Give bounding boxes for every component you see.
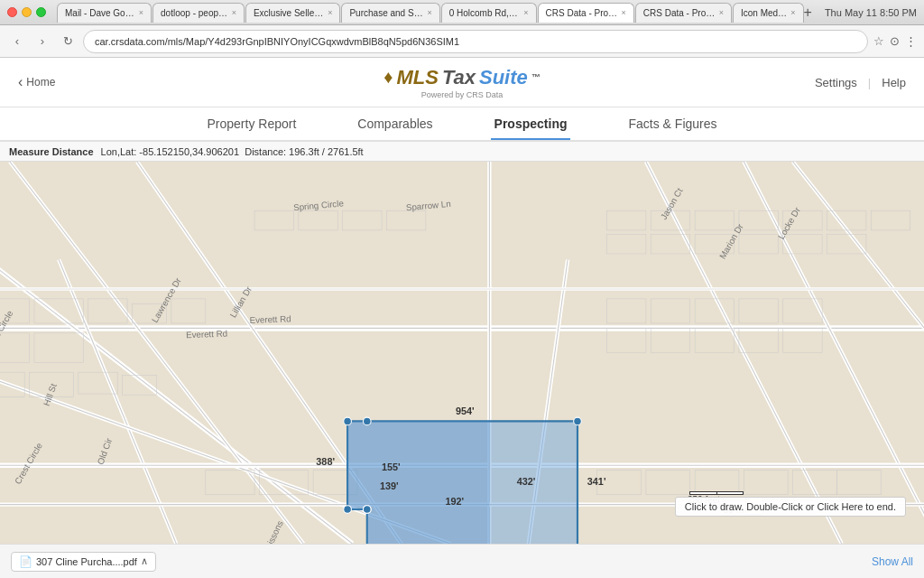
maximize-window-button[interactable] <box>36 7 46 17</box>
app-header: Home ♦ MLS Tax Suite ™ Powered by CRS Da… <box>0 58 924 107</box>
nav-tabs: Property Report Comparables Prospecting … <box>0 107 924 142</box>
logo-tm-text: ™ <box>531 72 541 82</box>
measure-distance-bar: Measure Distance Lon,Lat: -85.152150,34.… <box>0 142 924 162</box>
tab-close-icon[interactable]: × <box>790 8 795 17</box>
tab-close-icon[interactable]: × <box>523 8 528 17</box>
traffic-lights <box>7 7 46 17</box>
tab-label: Icon Media Co <box>741 8 787 18</box>
tab-property-report[interactable]: Property Report <box>203 109 300 138</box>
logo-mls-text: MLS <box>396 66 438 89</box>
chrome-tab-mail[interactable]: Mail - Dave Goodye... × <box>57 3 152 23</box>
tab-label: Comparables <box>357 117 432 131</box>
svg-text:954': 954' <box>456 406 475 416</box>
header-right: Settings | Help <box>815 76 906 89</box>
tab-close-icon[interactable]: × <box>719 8 724 17</box>
svg-text:155': 155' <box>382 461 401 472</box>
tab-label: 0 Holcomb Rd, Ring... <box>449 8 521 18</box>
chrome-tab-holcomb[interactable]: 0 Holcomb Rd, Ring... × <box>441 3 537 23</box>
account-icon[interactable]: ⊙ <box>890 34 900 48</box>
forward-button[interactable]: › <box>32 32 52 51</box>
tab-label: Exclusive Seller Bro... <box>254 8 324 18</box>
tab-prospecting[interactable]: Prospecting <box>491 109 571 138</box>
show-all-button[interactable]: Show All <box>872 555 913 568</box>
measure-distance: Distance: 196.3ft / 2761.5ft <box>245 146 363 157</box>
svg-text:388': 388' <box>316 456 335 467</box>
address-bar-row: ‹ › ↻ car.crsdata.com/mls/Map/Y4d293rGnp… <box>0 25 924 58</box>
map-tooltip: Click to draw. Double-Click or Click Her… <box>675 497 906 517</box>
svg-text:Everett Rd: Everett Rd <box>249 313 291 325</box>
menu-icon[interactable]: ⋮ <box>905 34 917 48</box>
svg-point-101 <box>363 417 371 425</box>
chrome-actions: + Thu May 11 8:50 PM <box>804 5 917 21</box>
main-content: Home ♦ MLS Tax Suite ™ Powered by CRS Da… <box>0 58 924 578</box>
measure-label: Measure Distance <box>9 146 94 157</box>
svg-text:192': 192' <box>446 496 465 507</box>
address-text: car.crsdata.com/mls/Map/Y4d293rGnpIBNIYO… <box>95 36 459 47</box>
logo-suite-text: Suite <box>479 66 528 89</box>
tab-close-icon[interactable]: × <box>232 8 236 17</box>
tab-label: Facts & Figures <box>628 117 716 131</box>
help-link[interactable]: Help <box>882 76 906 89</box>
download-expand-icon[interactable]: ∧ <box>141 555 148 567</box>
tab-label: Property Report <box>207 117 296 131</box>
home-label: Home <box>26 76 55 89</box>
chrome-titlebar: Mail - Dave Goodye... × dotloop - people… <box>0 0 924 25</box>
measure-coords: Lon,Lat: -85.152150,34.906201 <box>101 146 240 157</box>
map-svg: Lawrence Dr Lillian Dr Spring Circle Spa… <box>0 162 924 544</box>
download-bar: 📄 307 Cline Purcha....pdf ∧ Show All <box>0 544 924 578</box>
logo-main: ♦ MLS Tax Suite ™ <box>383 66 541 89</box>
tab-label: Mail - Dave Goodye... <box>65 8 135 18</box>
reload-button[interactable]: ↻ <box>58 32 78 51</box>
tab-close-icon[interactable]: × <box>427 8 431 17</box>
tab-comparables[interactable]: Comparables <box>354 109 436 138</box>
tab-label: dotloop - peoplewo... <box>161 8 228 18</box>
address-field[interactable]: car.crsdata.com/mls/Map/Y4d293rGnpIBNIYO… <box>83 30 868 53</box>
chrome-tabs: Mail - Dave Goodye... × dotloop - people… <box>57 3 804 23</box>
tab-close-icon[interactable]: × <box>328 8 332 17</box>
svg-text:139': 139' <box>380 480 399 491</box>
chrome-tab-purchase[interactable]: Purchase and Sale A... × <box>341 3 439 23</box>
svg-marker-100 <box>347 421 489 544</box>
close-window-button[interactable] <box>7 7 17 17</box>
back-button[interactable]: ‹ <box>7 32 27 51</box>
tab-close-icon[interactable]: × <box>139 8 143 17</box>
map-container[interactable]: Lawrence Dr Lillian Dr Spring Circle Spa… <box>0 162 924 544</box>
download-file-item[interactable]: 📄 307 Cline Purcha....pdf ∧ <box>11 552 156 572</box>
chrome-tab-exclusive[interactable]: Exclusive Seller Bro... × <box>245 3 341 23</box>
svg-point-106 <box>344 506 352 514</box>
tab-label: Prospecting <box>494 117 568 131</box>
logo-container: ♦ MLS Tax Suite ™ Powered by CRS Data <box>383 66 541 99</box>
svg-point-107 <box>344 417 352 425</box>
tooltip-text: Click to draw. Double-Click or Click Her… <box>685 501 896 512</box>
logo-sub-text: Powered by CRS Data <box>421 90 504 99</box>
pdf-icon: 📄 <box>19 555 32 568</box>
tab-close-icon[interactable]: × <box>622 8 626 17</box>
home-link[interactable]: Home <box>18 74 55 90</box>
svg-text:432': 432' <box>517 476 536 487</box>
chrome-tab-crs-active[interactable]: CRS Data - Property... × <box>538 3 634 23</box>
minimize-window-button[interactable] <box>22 7 32 17</box>
address-icons: ☆ ⊙ ⋮ <box>873 34 917 48</box>
svg-text:341': 341' <box>587 476 606 487</box>
datetime-display: Thu May 11 8:50 PM <box>825 7 917 18</box>
logo-tax-text: Tax <box>442 66 476 89</box>
tab-label: CRS Data - Property... <box>546 8 618 18</box>
svg-text:Everett Rd: Everett Rd <box>186 329 227 340</box>
settings-link[interactable]: Settings <box>815 76 857 89</box>
logo-icon: ♦ <box>383 67 393 88</box>
download-file-label: 307 Cline Purcha....pdf <box>36 556 137 567</box>
chrome-tab-crs2[interactable]: CRS Data - Property... × <box>635 3 732 23</box>
svg-point-102 <box>574 417 582 425</box>
svg-point-108 <box>363 506 371 514</box>
tab-label: Purchase and Sale A... <box>349 8 423 18</box>
chrome-tab-dotloop[interactable]: dotloop - peoplewo... × <box>152 3 245 23</box>
tab-facts-figures[interactable]: Facts & Figures <box>624 109 720 138</box>
header-divider: | <box>868 76 871 89</box>
tab-label: CRS Data - Property... <box>643 8 716 18</box>
chrome-tab-icon-media[interactable]: Icon Media Co × <box>733 3 804 23</box>
new-tab-button[interactable]: + <box>804 5 812 21</box>
bookmark-icon[interactable]: ☆ <box>873 34 884 48</box>
